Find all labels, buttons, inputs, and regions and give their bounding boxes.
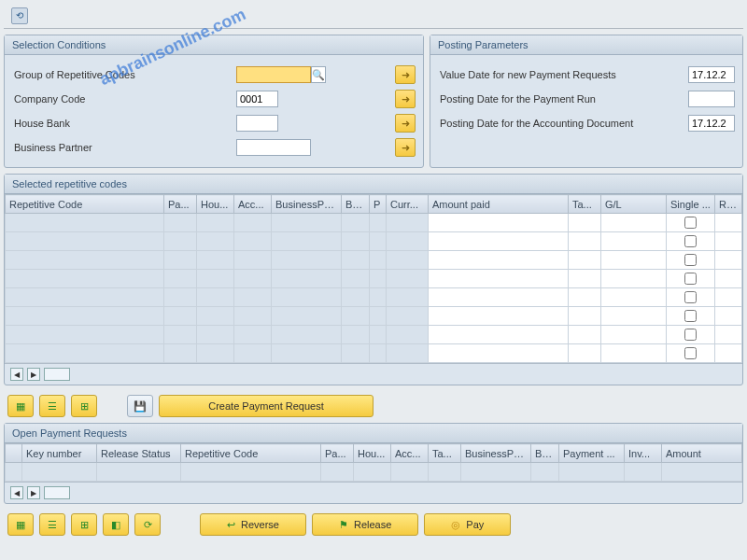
col-header[interactable]: BusinessPa... xyxy=(272,195,342,214)
col-header[interactable]: Ba... xyxy=(342,195,370,214)
create-payment-request-button[interactable]: Create Payment Request xyxy=(159,395,374,417)
layout-button[interactable]: ☰ xyxy=(39,513,65,536)
col-header[interactable]: Payment ... xyxy=(559,444,625,463)
table-row[interactable] xyxy=(6,251,742,270)
release-button[interactable]: ⚑Release xyxy=(312,513,418,536)
col-header[interactable]: P xyxy=(370,195,387,214)
col-header[interactable]: BusinessPa... xyxy=(461,444,531,463)
col-header[interactable]: Single ... xyxy=(667,195,715,214)
col-header[interactable]: G/L xyxy=(601,195,667,214)
grid-icon: ⊞ xyxy=(80,519,89,531)
col-header[interactable]: Hou... xyxy=(354,444,391,463)
scroll-track[interactable] xyxy=(44,486,70,499)
scroll-right-icon[interactable]: ▶ xyxy=(27,368,40,381)
multi-select-icon[interactable]: ➜ xyxy=(395,90,416,108)
multi-select-icon[interactable]: ➜ xyxy=(395,138,416,157)
open-requests-table: Key number Release Status Repetitive Cod… xyxy=(5,443,742,482)
posting-parameters-panel: Posting Parameters Value Date for new Pa… xyxy=(430,35,743,168)
value-date-input[interactable] xyxy=(688,66,735,83)
layout-button[interactable]: ☰ xyxy=(39,395,65,417)
table-row[interactable] xyxy=(6,270,742,288)
panel-title: Selection Conditions xyxy=(5,35,423,55)
table-row[interactable] xyxy=(6,326,742,344)
flag-icon: ⚑ xyxy=(339,519,348,531)
col-header[interactable]: Amount paid xyxy=(429,195,569,214)
table-row[interactable] xyxy=(6,232,742,251)
scroll-left-icon[interactable]: ◀ xyxy=(10,486,23,499)
group-label: Group of Repetitive Codes xyxy=(12,69,236,80)
save-icon: 💾 xyxy=(134,400,147,413)
col-header[interactable]: Reference te xyxy=(715,195,742,214)
table-row[interactable] xyxy=(6,344,742,363)
reverse-button[interactable]: ↩Reverse xyxy=(200,513,306,536)
acc-date-input[interactable] xyxy=(688,115,735,132)
house-label: House Bank xyxy=(12,118,236,129)
acc-date-label: Posting Date for the Accounting Document xyxy=(438,118,681,129)
col-header[interactable]: Acc... xyxy=(391,444,429,463)
codes-table: Repetitive Code Pa... Hou... Acc... Busi… xyxy=(5,194,742,363)
multi-select-icon[interactable]: ➜ xyxy=(395,65,416,84)
col-header[interactable]: Ba... xyxy=(531,444,559,463)
value-date-label: Value Date for new Payment Requests xyxy=(438,69,681,80)
single-checkbox[interactable] xyxy=(684,310,697,322)
multi-select-icon[interactable]: ➜ xyxy=(395,114,416,133)
display-button[interactable]: ⊞ xyxy=(71,513,97,536)
col-header[interactable]: Key number xyxy=(22,444,97,463)
pay-button[interactable]: ◎Pay xyxy=(424,513,511,536)
print-button[interactable]: ▦ xyxy=(7,395,34,417)
single-checkbox[interactable] xyxy=(684,235,697,247)
scroll-track[interactable] xyxy=(44,368,70,381)
app-toolbar: ⟲ xyxy=(4,4,743,29)
partner-label: Business Partner xyxy=(12,142,236,153)
scroll-left-icon[interactable]: ◀ xyxy=(10,368,23,381)
single-checkbox[interactable] xyxy=(684,254,697,266)
details-icon: ◧ xyxy=(111,519,120,531)
panel-title: Selected repetitive codes xyxy=(5,175,742,194)
export-button[interactable]: ⊞ xyxy=(71,395,97,417)
print-button[interactable]: ▦ xyxy=(7,513,34,536)
single-checkbox[interactable] xyxy=(684,291,697,303)
print-icon: ▦ xyxy=(16,400,25,413)
col-header[interactable]: Repetitive Code xyxy=(181,444,321,463)
single-checkbox[interactable] xyxy=(684,329,697,341)
col-header[interactable]: Acc... xyxy=(234,195,272,214)
scroll-right-icon[interactable]: ▶ xyxy=(27,486,40,499)
table-row[interactable] xyxy=(6,463,742,482)
group-input[interactable] xyxy=(236,66,311,83)
col-header[interactable]: Amount xyxy=(662,444,742,463)
table-scrollbar: ◀ ▶ xyxy=(5,363,742,385)
search-help-icon[interactable]: 🔍 xyxy=(311,66,326,83)
toolbar-icon[interactable]: ⟲ xyxy=(11,7,28,24)
panel-title: Posting Parameters xyxy=(430,35,742,55)
col-header[interactable]: Repetitive Code xyxy=(6,195,164,214)
col-header[interactable]: Pa... xyxy=(164,195,197,214)
col-header[interactable]: Ta... xyxy=(569,195,601,214)
export-icon: ⊞ xyxy=(80,400,89,413)
col-header[interactable]: Curr... xyxy=(387,195,429,214)
single-checkbox[interactable] xyxy=(684,273,697,285)
refresh-button[interactable]: ⟳ xyxy=(134,513,161,536)
partner-input[interactable] xyxy=(236,139,311,156)
single-checkbox[interactable] xyxy=(684,347,697,359)
house-input[interactable] xyxy=(236,115,278,132)
run-date-input[interactable] xyxy=(688,91,735,107)
selection-conditions-panel: Selection Conditions Group of Repetitive… xyxy=(4,35,424,168)
table-row[interactable] xyxy=(6,307,742,326)
run-date-label: Posting Date for the Payment Run xyxy=(438,93,681,105)
open-requests-panel: Open Payment Requests Key number Release… xyxy=(4,423,743,504)
col-header[interactable] xyxy=(6,444,22,463)
table-row[interactable] xyxy=(6,214,742,232)
reverse-icon: ↩ xyxy=(227,519,235,531)
save-button[interactable]: 💾 xyxy=(127,395,153,417)
company-input[interactable] xyxy=(236,91,278,107)
single-checkbox[interactable] xyxy=(684,217,697,229)
col-header[interactable]: Hou... xyxy=(197,195,234,214)
table-row[interactable] xyxy=(6,288,742,307)
layout-icon: ☰ xyxy=(48,519,57,531)
col-header[interactable]: Inv... xyxy=(625,444,662,463)
col-header[interactable]: Ta... xyxy=(429,444,461,463)
details-button[interactable]: ◧ xyxy=(103,513,129,536)
col-header[interactable]: Pa... xyxy=(321,444,354,463)
refresh-icon: ⟳ xyxy=(144,519,152,531)
col-header[interactable]: Release Status xyxy=(97,444,181,463)
